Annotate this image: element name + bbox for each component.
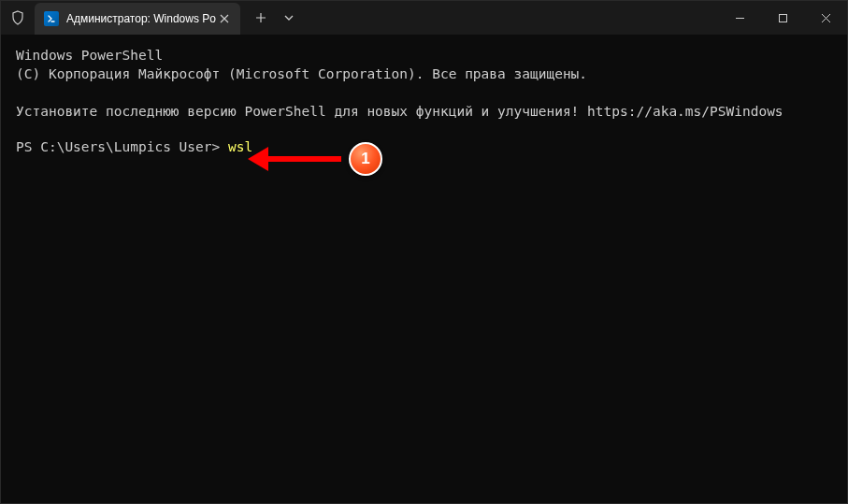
close-button[interactable]: [804, 1, 847, 35]
tab-dropdown-button[interactable]: [278, 3, 300, 33]
titlebar-left: Администратор: Windows Po: [1, 1, 300, 35]
shield-icon: [1, 1, 35, 35]
command-text: wsl: [228, 139, 252, 154]
powershell-icon: [44, 11, 59, 26]
prompt-text: PS C:\Users\Lumpics User>: [16, 139, 228, 154]
tab-actions: [246, 3, 300, 33]
tab-content: Администратор: Windows Po: [44, 11, 216, 26]
terminal-pane[interactable]: Windows PowerShell (C) Корпорация Майкро…: [1, 35, 847, 503]
new-tab-button[interactable]: [246, 3, 276, 33]
tab-powershell[interactable]: Администратор: Windows Po: [35, 3, 240, 35]
terminal-window: Администратор: Windows Po: [0, 0, 848, 504]
maximize-button[interactable]: [761, 1, 804, 35]
window-controls: [718, 1, 847, 35]
titlebar: Администратор: Windows Po: [1, 1, 847, 35]
terminal-output-line: Windows PowerShell: [16, 46, 832, 65]
tab-close-button[interactable]: [216, 10, 233, 27]
minimize-button[interactable]: [718, 1, 761, 35]
terminal-output-line: Установите последнюю версию PowerShell д…: [16, 102, 832, 121]
terminal-output-line: (C) Корпорация Майкрософт (Microsoft Cor…: [16, 65, 832, 83]
terminal-output-line: [16, 83, 832, 102]
tab-title: Администратор: Windows Po: [66, 12, 216, 25]
prompt-line: PS C:\Users\Lumpics User> wsl: [16, 137, 832, 156]
svg-rect-0: [779, 14, 786, 22]
